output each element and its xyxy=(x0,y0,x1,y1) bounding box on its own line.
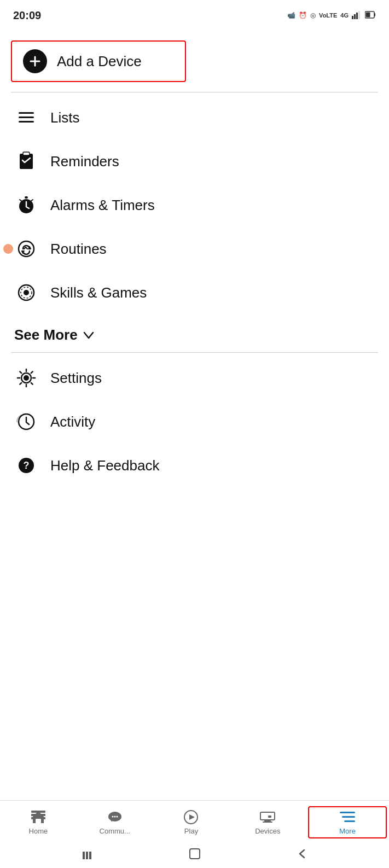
bottom-nav: Home Commu... P xyxy=(0,800,389,868)
chevron-down-icon xyxy=(83,331,94,339)
signal-icon xyxy=(352,10,362,21)
skills-icon xyxy=(14,281,38,305)
tab-home-label: Home xyxy=(29,827,48,835)
menu-label-lists: Lists xyxy=(50,109,79,126)
svg-rect-11 xyxy=(23,152,30,155)
menu-label-settings: Settings xyxy=(50,370,102,387)
add-device-wrapper: Add a Device xyxy=(0,35,389,92)
menu-label-help: Help & Feedback xyxy=(50,457,159,474)
menu-item-settings[interactable]: Settings xyxy=(0,356,389,400)
svg-rect-5 xyxy=(374,13,375,16)
alarm-icon xyxy=(14,193,38,217)
svg-point-29 xyxy=(114,816,115,818)
svg-text:?: ? xyxy=(24,460,30,471)
wifi-icon: ◎ xyxy=(310,11,316,19)
menu-item-lists[interactable]: Lists xyxy=(0,96,389,139)
svg-rect-7 xyxy=(19,112,34,114)
svg-rect-2 xyxy=(356,13,358,19)
nav-tabs: Home Commu... P xyxy=(0,801,389,841)
menu-item-alarms[interactable]: Alarms & Timers xyxy=(0,183,389,227)
add-device-button[interactable]: Add a Device xyxy=(11,40,186,82)
status-time: 20:09 xyxy=(13,9,41,22)
clipboard-icon xyxy=(14,149,38,173)
svg-rect-40 xyxy=(83,852,85,859)
tab-communicate-label: Commu... xyxy=(100,827,130,835)
tab-home[interactable]: Home xyxy=(0,807,77,837)
alarm-status-icon: ⏰ xyxy=(299,11,307,19)
svg-rect-36 xyxy=(268,815,271,818)
menu-label-activity: Activity xyxy=(50,413,95,430)
svg-rect-3 xyxy=(358,11,360,19)
svg-marker-32 xyxy=(189,814,195,820)
menu-label-alarms: Alarms & Timers xyxy=(50,197,155,214)
play-icon xyxy=(182,809,200,825)
svg-point-18 xyxy=(24,375,29,381)
svg-rect-1 xyxy=(354,14,356,19)
svg-rect-43 xyxy=(190,849,200,859)
svg-rect-38 xyxy=(342,816,355,818)
more-nav-icon xyxy=(339,809,356,825)
menu-item-routines[interactable]: Routines xyxy=(0,227,389,271)
list-icon xyxy=(14,106,38,130)
svg-rect-37 xyxy=(340,812,355,813)
menu-list: Lists Reminders xyxy=(0,92,389,318)
menu-item-help[interactable]: ? Help & Feedback xyxy=(0,444,389,487)
settings-list: Settings Activity ? Help & Feedback xyxy=(0,353,389,491)
menu-label-skills: Skills & Games xyxy=(50,284,147,301)
svg-point-28 xyxy=(112,816,113,818)
status-bar: 20:09 📹 ⏰ ◎ VoLTE 4G xyxy=(0,0,389,28)
tab-communicate[interactable]: Commu... xyxy=(77,807,153,837)
android-nav xyxy=(0,841,389,868)
tab-play-label: Play xyxy=(184,827,198,835)
battery-icon xyxy=(365,11,376,20)
svg-rect-42 xyxy=(89,852,91,859)
svg-rect-13 xyxy=(25,196,28,199)
android-recents[interactable] xyxy=(79,846,95,861)
svg-rect-0 xyxy=(352,16,353,19)
video-icon: 📹 xyxy=(287,11,295,19)
android-back[interactable] xyxy=(295,846,310,861)
svg-rect-39 xyxy=(344,820,355,822)
android-home[interactable] xyxy=(187,846,202,861)
svg-rect-26 xyxy=(36,819,41,823)
svg-point-16 xyxy=(24,290,29,295)
svg-rect-35 xyxy=(263,822,272,823)
home-icon xyxy=(30,809,47,825)
svg-rect-9 xyxy=(19,121,34,123)
status-icons: 📹 ⏰ ◎ VoLTE 4G xyxy=(287,10,376,21)
add-device-icon xyxy=(23,49,47,73)
svg-point-30 xyxy=(116,816,118,818)
menu-label-reminders: Reminders xyxy=(50,153,119,170)
add-device-label: Add a Device xyxy=(57,53,142,70)
tab-devices[interactable]: Devices xyxy=(229,807,306,837)
4g-icon: 4G xyxy=(340,12,349,19)
menu-item-skills[interactable]: Skills & Games xyxy=(0,271,389,314)
tab-more[interactable]: More xyxy=(308,806,387,838)
menu-item-reminders[interactable]: Reminders xyxy=(0,139,389,183)
gear-icon xyxy=(14,366,38,390)
svg-rect-6 xyxy=(366,12,370,17)
svg-rect-41 xyxy=(86,852,88,859)
help-icon: ? xyxy=(14,453,38,477)
menu-item-activity[interactable]: Activity xyxy=(0,400,389,444)
see-more-button[interactable]: See More xyxy=(0,318,108,352)
tab-devices-label: Devices xyxy=(255,827,280,835)
svg-rect-34 xyxy=(264,820,271,822)
routines-dot xyxy=(3,244,13,254)
menu-label-routines: Routines xyxy=(50,241,107,258)
see-more-label: See More xyxy=(14,327,78,343)
clock-icon xyxy=(14,410,38,434)
devices-icon xyxy=(259,809,276,825)
svg-rect-33 xyxy=(260,812,275,820)
tab-play[interactable]: Play xyxy=(153,807,230,837)
volte-icon: VoLTE xyxy=(319,12,337,19)
routines-icon xyxy=(14,237,38,261)
svg-rect-8 xyxy=(19,116,34,118)
tab-more-label: More xyxy=(339,827,356,835)
communicate-icon xyxy=(106,809,124,825)
main-content: Add a Device Lists xyxy=(0,28,389,491)
